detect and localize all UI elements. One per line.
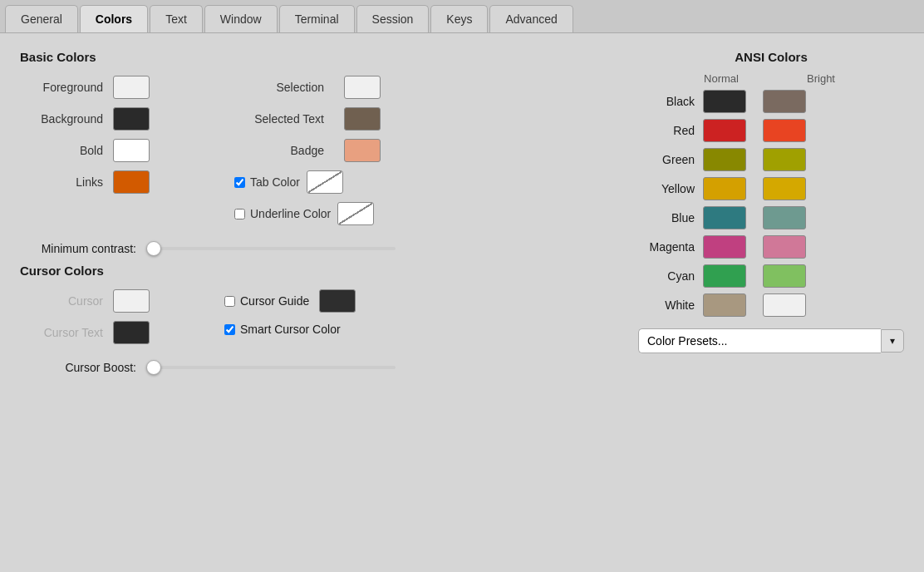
ansi-yellow-row: Yellow: [638, 177, 904, 200]
cursor-guide-row: Cursor Guide: [224, 289, 356, 313]
selected-text-row: Selected Text: [224, 107, 381, 131]
underline-color-checkbox[interactable]: [234, 209, 245, 219]
cursor-label: Cursor: [20, 294, 103, 308]
ansi-white-row: White: [638, 293, 904, 317]
ansi-colors-title: ANSI Colors: [638, 50, 904, 64]
ansi-red-normal-swatch[interactable]: [703, 119, 746, 142]
tab-text[interactable]: Text: [150, 5, 203, 32]
ansi-cyan-label: Cyan: [638, 269, 695, 283]
tab-colors[interactable]: Colors: [80, 5, 148, 32]
background-label: Background: [20, 112, 103, 126]
minimum-contrast-slider[interactable]: [146, 247, 396, 250]
cursor-colors-title: Cursor Colors: [20, 264, 622, 278]
cursor-guide-label: Cursor Guide: [240, 294, 309, 308]
tab-color-row: Tab Color: [224, 170, 381, 194]
background-row: Background: [20, 107, 150, 131]
underline-color-label: Underline Color: [250, 207, 331, 220]
ansi-white-label: White: [638, 298, 695, 312]
cursor-swatch[interactable]: [113, 289, 150, 313]
tab-bar: General Colors Text Window Terminal Sess…: [0, 0, 924, 33]
smart-cursor-checkbox[interactable]: [224, 324, 235, 335]
ansi-blue-bright-swatch[interactable]: [763, 206, 806, 229]
links-swatch[interactable]: [113, 170, 150, 194]
ansi-magenta-normal-swatch[interactable]: [703, 235, 746, 259]
ansi-blue-normal-swatch[interactable]: [703, 206, 746, 229]
ansi-black-bright-swatch[interactable]: [763, 90, 806, 113]
tab-advanced[interactable]: Advanced: [489, 5, 573, 32]
badge-row: Badge: [224, 139, 381, 162]
ansi-white-bright-swatch[interactable]: [763, 293, 806, 317]
basic-colors-title: Basic Colors: [20, 50, 622, 64]
cursor-text-swatch[interactable]: [113, 321, 150, 344]
tab-terminal[interactable]: Terminal: [279, 5, 355, 32]
ansi-bright-header: Bright: [796, 72, 846, 85]
underline-color-swatch[interactable]: [337, 202, 374, 225]
ansi-black-normal-swatch[interactable]: [703, 90, 746, 113]
cursor-guide-checkbox[interactable]: [224, 296, 235, 307]
ansi-cyan-normal-swatch[interactable]: [703, 264, 746, 288]
main-content: Basic Colors Foreground Background Bold …: [0, 33, 924, 399]
ansi-red-label: Red: [638, 124, 695, 137]
tab-color-checkbox[interactable]: [234, 177, 245, 188]
ansi-header: Normal Bright: [638, 72, 904, 85]
cursor-boost-slider[interactable]: [146, 366, 396, 369]
minimum-contrast-label: Minimum contrast:: [20, 242, 136, 255]
tab-keys[interactable]: Keys: [430, 5, 488, 32]
ansi-cyan-row: Cyan: [638, 264, 904, 288]
ansi-green-normal-swatch[interactable]: [703, 148, 746, 171]
background-swatch[interactable]: [113, 107, 150, 131]
smart-cursor-row: Smart Cursor Color: [224, 323, 356, 336]
tab-color-swatch[interactable]: [307, 170, 343, 194]
ansi-red-bright-swatch[interactable]: [763, 119, 806, 142]
ansi-blue-label: Blue: [638, 211, 695, 224]
selection-row: Selection: [224, 76, 381, 99]
cursor-text-label: Cursor Text: [20, 326, 103, 339]
cursor-colors-columns: Cursor Cursor Text Cursor Guide: [20, 289, 622, 353]
tab-general[interactable]: General: [5, 5, 78, 32]
bold-swatch[interactable]: [113, 139, 150, 162]
cursor-boost-row: Cursor Boost:: [20, 361, 622, 374]
selection-swatch[interactable]: [344, 76, 381, 99]
presets-arrow[interactable]: ▾: [881, 329, 904, 353]
tab-session[interactable]: Session: [356, 5, 430, 32]
ansi-green-label: Green: [638, 153, 695, 166]
ansi-yellow-normal-swatch[interactable]: [703, 177, 746, 200]
foreground-label: Foreground: [20, 81, 103, 94]
ansi-cyan-bright-swatch[interactable]: [763, 264, 806, 288]
cursor-guide-swatch[interactable]: [319, 289, 356, 313]
presets-row: Color Presets... ▾: [638, 328, 904, 353]
ansi-green-row: Green: [638, 148, 904, 171]
underline-color-row: Underline Color: [224, 202, 381, 225]
ansi-black-label: Black: [638, 95, 695, 108]
tab-window[interactable]: Window: [204, 5, 278, 32]
right-panel: ANSI Colors Normal Bright Black Red Gree…: [622, 50, 904, 382]
badge-label: Badge: [224, 144, 324, 157]
color-presets-select[interactable]: Color Presets...: [638, 328, 881, 353]
ansi-normal-header: Normal: [696, 72, 746, 85]
ansi-magenta-row: Magenta: [638, 235, 904, 259]
ansi-yellow-bright-swatch[interactable]: [763, 177, 806, 200]
cursor-text-row: Cursor Text: [20, 321, 150, 344]
basic-left-col: Foreground Background Bold Links: [20, 76, 150, 234]
badge-swatch[interactable]: [344, 139, 381, 162]
ansi-blue-row: Blue: [638, 206, 904, 229]
selected-text-swatch[interactable]: [344, 107, 381, 131]
ansi-white-normal-swatch[interactable]: [703, 293, 746, 317]
ansi-black-row: Black: [638, 90, 904, 113]
selection-label: Selection: [224, 81, 324, 94]
ansi-green-bright-swatch[interactable]: [763, 148, 806, 171]
left-panel: Basic Colors Foreground Background Bold …: [20, 50, 622, 382]
tab-color-label: Tab Color: [250, 175, 300, 189]
foreground-row: Foreground: [20, 76, 150, 99]
ansi-magenta-bright-swatch[interactable]: [763, 235, 806, 259]
selected-text-label: Selected Text: [224, 112, 324, 126]
bold-label: Bold: [20, 144, 103, 157]
smart-cursor-label: Smart Cursor Color: [240, 323, 341, 336]
cursor-left-col: Cursor Cursor Text: [20, 289, 150, 353]
links-row: Links: [20, 170, 150, 194]
foreground-swatch[interactable]: [113, 76, 150, 99]
cursor-row: Cursor: [20, 289, 150, 313]
ansi-yellow-label: Yellow: [638, 182, 695, 195]
bold-row: Bold: [20, 139, 150, 162]
ansi-red-row: Red: [638, 119, 904, 142]
